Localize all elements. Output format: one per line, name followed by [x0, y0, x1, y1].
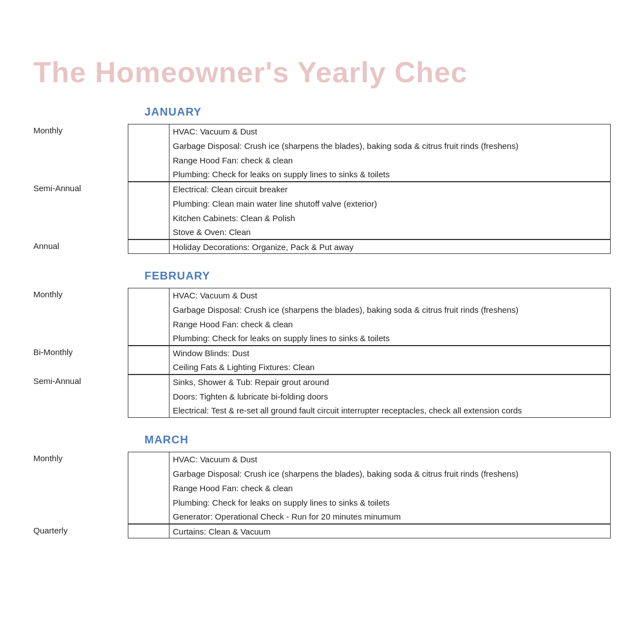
frequency-label [33, 481, 128, 495]
checkbox[interactable] [128, 389, 169, 403]
checkbox[interactable] [128, 196, 169, 211]
task-text: Plumbing: Check for leaks on supply line… [169, 167, 611, 182]
task-group: MonthlyHVAC: Vacuum & DustGarbage Dispos… [33, 288, 611, 346]
task-row: Kitchen Cabinets: Clean & Polish [33, 211, 611, 225]
checkbox[interactable] [128, 481, 169, 495]
task-row: Garbage Disposal: Crush ice (sharpens th… [33, 466, 611, 481]
task-row: Doors: Tighten & lubricate bi-folding do… [33, 389, 611, 403]
task-text: Garbage Disposal: Crush ice (sharpens th… [169, 302, 611, 317]
frequency-label [33, 317, 128, 331]
task-text: Plumbing: Clean main water line shutoff … [169, 196, 611, 211]
task-text: Sinks, Shower & Tub: Repair grout around [169, 375, 611, 389]
task-text: Holiday Decorations: Organize, Pack & Pu… [169, 239, 611, 254]
task-group: MonthlyHVAC: Vacuum & DustGarbage Dispos… [33, 452, 611, 524]
frequency-label [33, 360, 128, 375]
task-text: Stove & Oven: Clean [169, 225, 611, 239]
frequency-label [33, 466, 128, 481]
checkbox[interactable] [128, 138, 169, 153]
checkbox[interactable] [128, 510, 169, 524]
task-row: Bi-MonthlyWindow Blinds: Dust [33, 346, 611, 360]
task-text: Doors: Tighten & lubricate bi-folding do… [169, 389, 611, 403]
task-group: Semi-AnnualSinks, Shower & Tub: Repair g… [33, 375, 611, 418]
frequency-label [33, 302, 128, 317]
frequency-label [33, 167, 128, 182]
checkbox[interactable] [128, 360, 169, 375]
checkbox[interactable] [128, 331, 169, 346]
task-text: Plumbing: Check for leaks on supply line… [169, 495, 611, 510]
task-row: Garbage Disposal: Crush ice (sharpens th… [33, 138, 611, 153]
checkbox[interactable] [128, 239, 169, 254]
task-row: MonthlyHVAC: Vacuum & Dust [33, 452, 611, 466]
task-row: QuarterlyCurtains: Clean & Vacuum [33, 524, 611, 538]
task-group: AnnualHoliday Decorations: Organize, Pac… [33, 239, 611, 254]
task-text: Range Hood Fan: check & clean [169, 153, 611, 167]
checkbox[interactable] [128, 153, 169, 167]
task-text: Kitchen Cabinets: Clean & Polish [169, 211, 611, 225]
checkbox[interactable] [128, 182, 169, 196]
task-group: Bi-MonthlyWindow Blinds: DustCeiling Fat… [33, 346, 611, 375]
frequency-label [33, 510, 128, 524]
task-text: Range Hood Fan: check & clean [169, 481, 611, 495]
task-text: HVAC: Vacuum & Dust [169, 452, 611, 466]
frequency-label: Bi-Monthly [33, 346, 128, 360]
checkbox[interactable] [128, 211, 169, 225]
frequency-label [33, 225, 128, 239]
checkbox[interactable] [128, 317, 169, 331]
task-row: Garbage Disposal: Crush ice (sharpens th… [33, 302, 611, 317]
month-header-march: MARCH [144, 433, 611, 446]
month-header-february: FEBRUARY [144, 269, 611, 282]
months-container: JANUARYMonthlyHVAC: Vacuum & DustGarbage… [33, 106, 611, 538]
task-row: Range Hood Fan: check & clean [33, 317, 611, 331]
task-row: Plumbing: Check for leaks on supply line… [33, 167, 611, 182]
frequency-label [33, 153, 128, 167]
task-row: Generator: Operational Check - Run for 2… [33, 510, 611, 524]
frequency-label [33, 138, 128, 153]
task-row: Semi-AnnualElectrical: Clean circuit bre… [33, 182, 611, 196]
task-group: Semi-AnnualElectrical: Clean circuit bre… [33, 182, 611, 239]
task-row: Semi-AnnualSinks, Shower & Tub: Repair g… [33, 375, 611, 389]
task-text: Electrical: Clean circuit breaker [169, 182, 611, 196]
frequency-label [33, 403, 128, 418]
task-text: Window Blinds: Dust [169, 346, 611, 360]
frequency-label: Annual [33, 239, 128, 254]
checkbox[interactable] [128, 288, 169, 302]
task-text: Garbage Disposal: Crush ice (sharpens th… [169, 138, 611, 153]
task-text: Plumbing: Check for leaks on supply line… [169, 331, 611, 346]
month-section-march: MARCHMonthlyHVAC: Vacuum & DustGarbage D… [33, 433, 611, 538]
task-text: Garbage Disposal: Crush ice (sharpens th… [169, 466, 611, 481]
task-group: QuarterlyCurtains: Clean & Vacuum [33, 524, 611, 538]
frequency-label [33, 331, 128, 346]
task-row: Range Hood Fan: check & clean [33, 153, 611, 167]
frequency-label [33, 196, 128, 211]
checkbox[interactable] [128, 495, 169, 510]
task-row: MonthlyHVAC: Vacuum & Dust [33, 124, 611, 138]
task-text: Range Hood Fan: check & clean [169, 317, 611, 331]
task-text: HVAC: Vacuum & Dust [169, 124, 611, 138]
checkbox[interactable] [128, 466, 169, 481]
frequency-label [33, 211, 128, 225]
month-header-january: JANUARY [144, 106, 611, 118]
page-title: The Homeowner's Yearly Chec [33, 56, 611, 89]
checkbox[interactable] [128, 403, 169, 418]
task-text: Electrical: Test & re-set all ground fau… [169, 403, 611, 418]
task-text: Generator: Operational Check - Run for 2… [169, 510, 611, 524]
task-row: Plumbing: Check for leaks on supply line… [33, 331, 611, 346]
task-row: MonthlyHVAC: Vacuum & Dust [33, 288, 611, 302]
task-row: Range Hood Fan: check & clean [33, 481, 611, 495]
checkbox[interactable] [128, 302, 169, 317]
checkbox[interactable] [128, 524, 169, 538]
frequency-label: Semi-Annual [33, 375, 128, 389]
checkbox[interactable] [128, 452, 169, 466]
month-section-january: JANUARYMonthlyHVAC: Vacuum & DustGarbage… [33, 106, 611, 254]
checkbox[interactable] [128, 124, 169, 138]
frequency-label: Semi-Annual [33, 182, 128, 196]
task-row: Plumbing: Check for leaks on supply line… [33, 495, 611, 510]
checkbox[interactable] [128, 225, 169, 239]
checkbox[interactable] [128, 167, 169, 182]
frequency-label: Monthly [33, 452, 128, 466]
month-section-february: FEBRUARYMonthlyHVAC: Vacuum & DustGarbag… [33, 269, 611, 418]
task-text: Curtains: Clean & Vacuum [169, 524, 611, 538]
checkbox[interactable] [128, 346, 169, 360]
frequency-label: Monthly [33, 288, 128, 302]
checkbox[interactable] [128, 375, 169, 389]
